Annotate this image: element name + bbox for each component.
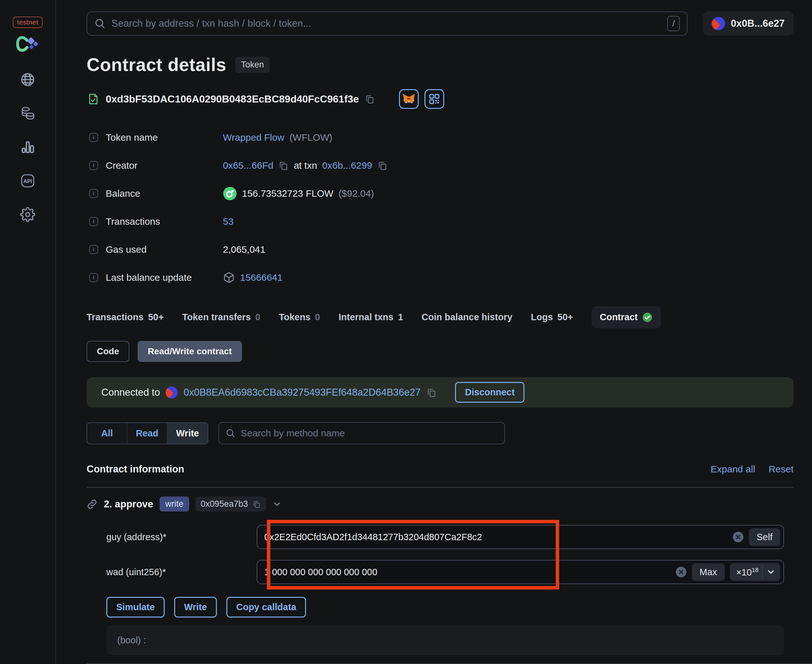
method-write-badge: write (160, 496, 189, 511)
api-icon[interactable]: API (20, 173, 35, 189)
info-icon: i (89, 273, 98, 282)
subtab-read-write-contract[interactable]: Read/Write contract (137, 341, 242, 362)
connection-banner: Connected to 0x0B8EA6d6983cCBa39275493FE… (86, 377, 794, 407)
copy-txn-icon[interactable] (377, 160, 388, 171)
output-bool-label: (bool) : (117, 635, 146, 646)
divider (86, 487, 794, 488)
simulate-button[interactable]: Simulate (106, 597, 165, 617)
app-root: testnet API (0, 0, 812, 664)
disconnect-button[interactable]: Disconnect (455, 382, 525, 403)
max-button[interactable]: Max (692, 563, 725, 581)
wallet-button[interactable]: 0x0B...6e27 (703, 11, 794, 36)
subtab-code[interactable]: Code (86, 341, 129, 362)
connected-wallet-address[interactable]: 0x0B8EA6d6983cCBa39275493FEf648a2D64B36e… (183, 387, 421, 398)
app-logo-icon[interactable] (16, 36, 39, 52)
method-filter-row: All Read Write (86, 422, 794, 444)
creator-address-link[interactable]: 0x65...66Fd (223, 160, 273, 171)
qr-code-button[interactable] (424, 89, 444, 109)
write-button[interactable]: Write (174, 597, 217, 617)
tab-transactions[interactable]: Transactions50+ (86, 312, 164, 322)
connected-to-label: Connected to (101, 387, 160, 398)
wallet-address: 0x0B...6e27 (731, 18, 784, 29)
reset-link[interactable]: Reset (769, 464, 794, 475)
copy-address-icon[interactable] (365, 94, 375, 104)
tab-logs[interactable]: Logs50+ (531, 312, 573, 322)
contract-subtabs: Code Read/Write contract (86, 341, 794, 362)
contract-info-list: iToken name Wrapped Flow (WFLOW) iCreato… (86, 124, 794, 291)
transactions-count-link[interactable]: 53 (223, 216, 233, 227)
method-actions: Simulate Write Copy calldata (86, 597, 794, 617)
verified-contract-icon (86, 92, 100, 106)
method-search[interactable] (218, 422, 505, 444)
filter-read[interactable]: Read (127, 423, 168, 444)
qr-code-icon (428, 93, 441, 105)
block-number-link[interactable]: 15666641 (240, 272, 282, 283)
topbar: / 0x0B...6e27 (86, 11, 794, 36)
svg-text:API: API (23, 178, 32, 184)
sidebar: testnet API (0, 0, 56, 664)
balance-amount: 156.73532723 FLOW (242, 188, 333, 199)
tab-internal-txns[interactable]: Internal txns1 (339, 312, 403, 322)
tab-token-transfers[interactable]: Token transfers0 (182, 312, 261, 322)
stats-icon[interactable] (20, 140, 35, 155)
method-search-input[interactable] (241, 428, 498, 439)
wad-uint256-input[interactable] (264, 567, 670, 578)
contract-information-header: Contract information Expand all Reset (86, 464, 794, 475)
copy-connected-address-icon[interactable] (426, 387, 437, 397)
field-row-wad: wad (uint256)* Max ×1018 (86, 560, 784, 584)
wallet-avatar (712, 17, 725, 30)
info-row-gas-used: iGas used 2,065,041 (86, 236, 794, 264)
guy-address-field: Self (257, 525, 784, 549)
at-txn-label: at txn (293, 160, 317, 171)
metamask-fox-icon (403, 93, 415, 105)
add-to-metamask-button[interactable] (399, 89, 419, 109)
expand-all-link[interactable]: Expand all (711, 464, 755, 475)
tab-coin-balance-history[interactable]: Coin balance history (422, 312, 512, 322)
gas-used-value: 2,065,041 (223, 244, 265, 255)
clear-input-icon[interactable] (732, 531, 744, 543)
token-name-link[interactable]: Wrapped Flow (223, 132, 284, 143)
copy-creator-icon[interactable] (278, 160, 289, 171)
filter-write[interactable]: Write (168, 423, 208, 444)
info-icon: i (89, 161, 98, 170)
self-button[interactable]: Self (749, 528, 780, 546)
info-icon: i (89, 189, 98, 198)
method-form: guy (address)* Self wad (uint256)* Max ×… (86, 514, 794, 664)
network-badge: testnet (13, 16, 43, 28)
guy-address-input[interactable] (264, 532, 727, 542)
settings-icon[interactable] (20, 207, 35, 222)
info-icon: i (89, 133, 98, 142)
verified-check-icon (642, 312, 652, 322)
info-row-creator: iCreator 0x65...66Fd at txn 0x6b...6299 (86, 151, 794, 179)
main-content: / 0x0B...6e27 Contract details Token 0xd… (56, 0, 812, 664)
method-name: 2. approve (104, 498, 153, 510)
tokens-icon[interactable] (20, 106, 35, 121)
copy-calldata-button[interactable]: Copy calldata (227, 597, 307, 617)
link-icon[interactable] (86, 499, 98, 509)
multiplier-dropdown[interactable]: ×1018 (730, 563, 780, 581)
copy-selector-icon[interactable] (253, 500, 261, 508)
globe-icon[interactable] (20, 72, 35, 87)
creation-txn-link[interactable]: 0x6b...6299 (322, 160, 372, 171)
field-label-wad: wad (uint256)* (106, 567, 257, 578)
divider (762, 566, 763, 578)
filter-all[interactable]: All (87, 423, 127, 444)
method-type-segmented-control: All Read Write (86, 422, 208, 444)
contract-address-row: 0xd3bF53DAC106A0290B0483EcBC89d40FcC961f… (86, 89, 794, 109)
global-search[interactable]: / (86, 11, 688, 36)
tab-tokens[interactable]: Tokens0 (279, 312, 320, 322)
tab-contract[interactable]: Contract (592, 306, 661, 328)
tab-bar: Transactions50+ Token transfers0 Tokens0… (86, 306, 794, 328)
info-icon: i (89, 245, 98, 254)
title-row: Contract details Token (86, 54, 794, 75)
page-title: Contract details (86, 54, 227, 75)
sidebar-nav: API (20, 72, 35, 222)
method-selector-badge: 0x095ea7b3 (196, 496, 266, 511)
chevron-down-icon (766, 567, 776, 577)
chevron-down-icon[interactable] (272, 500, 282, 509)
wad-uint256-field: Max ×1018 (257, 560, 784, 584)
clear-input-icon[interactable] (675, 566, 687, 578)
field-label-guy: guy (address)* (106, 532, 257, 542)
search-input[interactable] (111, 18, 661, 29)
method-approve-row[interactable]: 2. approve write 0x095ea7b3 (86, 496, 794, 511)
